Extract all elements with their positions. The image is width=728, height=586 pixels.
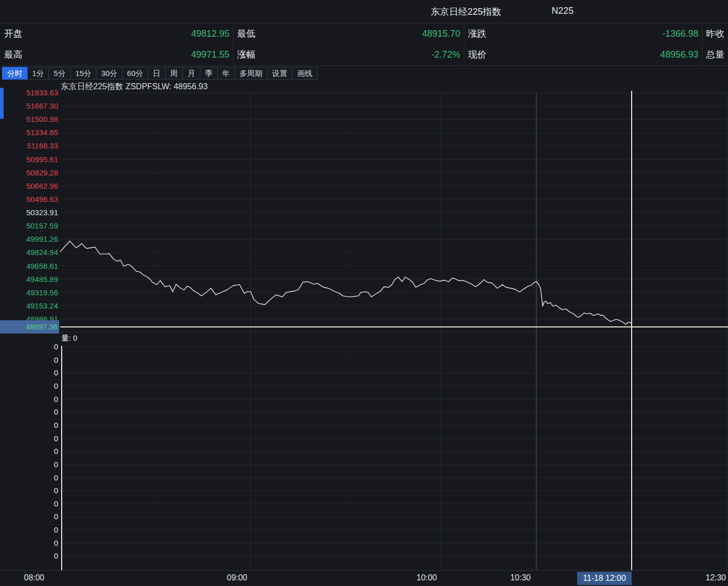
y-axis-label: 49824.94 (0, 247, 58, 258)
info-divider (702, 23, 703, 65)
info-label: 昨收 (706, 23, 724, 44)
tab-multi-period[interactable]: 多周期 (235, 67, 268, 80)
y-axis-label: 51168.33 (0, 141, 58, 151)
title-bar: 东京日经225指数 N225 (0, 0, 728, 23)
chart-plot-area[interactable]: 东京日经225指数 ZSDPFSLW: 48956.93 量: 0 48897.… (0, 81, 728, 586)
info-value: 48915.70 (422, 23, 460, 44)
crosshair-price-label: 48897.36 (0, 320, 59, 334)
x-axis-label: 10:30 (510, 573, 531, 582)
info-label: 开盘 (4, 23, 22, 44)
info-label: 现价 (468, 44, 486, 65)
info-label: 涨幅 (237, 44, 255, 65)
info-label: 最低 (237, 23, 255, 44)
tab-15min[interactable]: 15分 (70, 67, 97, 80)
info-label: 最高 (4, 44, 22, 65)
volume-axis-label: 0 (0, 355, 58, 365)
tab-bar: 分时1分5分15分30分60分日周月季年多周期设置画线 (0, 66, 728, 81)
x-axis-label: 09:00 (227, 573, 247, 582)
tab-60min[interactable]: 60分 (122, 67, 148, 80)
instrument-symbol: N225 (552, 6, 574, 16)
volume-axis-label: 0 (0, 512, 58, 522)
volume-axis-label: 0 (0, 342, 58, 352)
info-cell-开盘: 开盘49812.95 (0, 23, 233, 44)
info-cell-最高: 最高49971.55 (0, 44, 233, 65)
info-value: 49971.55 (191, 44, 229, 65)
volume-axis-label: 0 (0, 551, 58, 561)
y-axis-label: 50829.28 (0, 168, 58, 178)
info-cell-现价: 现价48956.93 (464, 44, 702, 65)
y-axis-label: 51500.98 (0, 114, 58, 124)
y-axis-label: 49658.61 (0, 261, 58, 271)
y-axis-label: 49153.24 (0, 301, 58, 311)
tab-fenshi[interactable]: 分时 (2, 67, 28, 80)
info-divider (464, 23, 464, 65)
chart-canvas (0, 81, 728, 586)
volume-axis-label: 0 (0, 394, 58, 404)
y-axis-label: 50995.61 (0, 155, 58, 165)
y-axis-label: 51833.63 (0, 88, 58, 98)
y-axis-label: 49485.89 (0, 274, 58, 285)
tab-draw-line[interactable]: 画线 (292, 67, 318, 80)
y-axis-label: 51667.30 (0, 101, 58, 111)
x-axis-label: 12:30 (706, 573, 726, 582)
volume-axis-label: 0 (0, 420, 58, 430)
tab-5min[interactable]: 5分 (48, 67, 70, 80)
info-bar: 开盘49812.95最低48915.70涨跌-1366.98昨收最高49971.… (0, 23, 728, 66)
info-label: 总量 (706, 44, 724, 65)
info-label: 涨跌 (468, 23, 486, 44)
volume-axis-label: 0 (0, 525, 58, 535)
volume-axis-label: 0 (0, 434, 58, 444)
info-cell-昨收: 昨收 (702, 23, 728, 44)
info-value: -2.72% (431, 44, 460, 65)
x-axis-label: 08:00 (24, 573, 44, 582)
y-axis-label: 50323.91 (0, 208, 58, 218)
instrument-title: 东京日经225指数 (431, 6, 501, 18)
crosshair-time-label: 11-18 12:00 (577, 572, 632, 585)
volume-axis-label: 0 (0, 473, 58, 483)
y-axis-label: 51334.65 (0, 128, 58, 138)
info-value: -1366.98 (662, 23, 698, 44)
tab-month[interactable]: 月 (183, 67, 200, 80)
info-cell-涨跌: 涨跌-1366.98 (464, 23, 702, 44)
volume-axis-label: 0 (0, 499, 58, 509)
tab-week[interactable]: 周 (165, 67, 183, 80)
x-axis-label: 10:00 (417, 573, 437, 582)
y-axis-label: 50496.63 (0, 194, 58, 205)
info-cell-总量: 总量 (702, 44, 728, 65)
info-divider (233, 23, 233, 65)
volume-axis-label: 0 (0, 368, 58, 378)
chart-legend: 东京日经225指数 ZSDPFSLW: 48956.93 (61, 82, 207, 92)
y-axis-label: 49991.26 (0, 234, 58, 244)
volume-axis-label: 0 (0, 538, 58, 548)
tab-year[interactable]: 年 (217, 67, 235, 80)
y-axis-label: 50662.96 (0, 181, 58, 191)
volume-axis-label: 0 (0, 407, 58, 417)
info-value: 48956.93 (660, 44, 698, 65)
y-axis-label: 49319.56 (0, 288, 58, 298)
volume-axis-label: 0 (0, 381, 58, 391)
y-axis-label: 50157.59 (0, 221, 58, 231)
tab-day[interactable]: 日 (148, 67, 166, 80)
time-axis: 11-18 12:00 08:0009:0010:0010:3012:30 (0, 570, 728, 586)
info-cell-最低: 最低48915.70 (233, 23, 464, 44)
volume-legend: 量: 0 (61, 334, 77, 343)
tab-settings[interactable]: 设置 (267, 67, 293, 80)
tab-1min[interactable]: 1分 (27, 67, 49, 80)
info-cell-涨幅: 涨幅-2.72% (233, 44, 464, 65)
volume-axis-label: 0 (0, 460, 58, 470)
volume-axis-label: 0 (0, 446, 58, 456)
tab-30min[interactable]: 30分 (96, 67, 122, 80)
tab-quarter[interactable]: 季 (200, 67, 218, 80)
volume-axis-label: 0 (0, 486, 58, 496)
trading-app-window: 东京日经225指数 N225 开盘49812.95最低48915.70涨跌-13… (0, 0, 728, 586)
info-value: 49812.95 (191, 23, 229, 44)
